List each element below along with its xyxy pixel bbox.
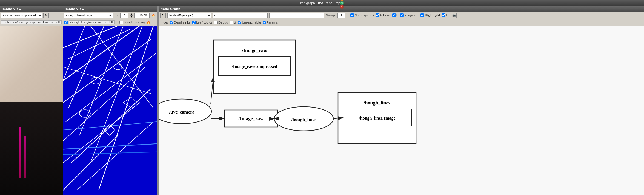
image-raw-topic-label: /Image_raw [238,116,264,121]
ng-path-input1[interactable] [213,13,268,18]
ng-path-input2[interactable] [269,13,324,18]
svg-point-19 [79,110,90,117]
spin-down-btn[interactable]: ▼ [130,15,133,18]
debug-label[interactable]: Debug [214,21,228,24]
ng-toolbar1: ↻ Nodes/Topics (all) Group: Namespaces A… [159,12,644,19]
unreachable-label[interactable]: Unreachable [238,21,261,24]
leaf-topics-checkbox[interactable] [192,21,196,24]
ng-filter-select[interactable]: Nodes/Topics (all) [167,13,211,18]
leaf-topics-label[interactable]: Leaf topics [192,21,213,24]
sep2 [418,13,418,18]
screenshot-btn[interactable]: 📷 [451,13,457,18]
svg-line-0 [63,26,118,48]
hough-lines-image-label: /hough_lines/Image [359,116,395,121]
hough-lines-outer-label: /hough_lines [363,100,390,106]
sep1 [348,13,348,18]
led-strip-1 [19,127,21,178]
namespaces-label[interactable]: Namespaces [350,13,374,17]
svg-line-22 [63,122,157,130]
main-title: rqt_graph__RosGraph - rqt [300,1,340,5]
tf-label[interactable]: tf [392,13,399,17]
svg-line-13 [90,26,142,163]
panel2-fire-btn[interactable]: 🔥 [151,13,156,18]
hough-lines-label: /hough_lines [291,117,316,122]
svg-point-17 [91,77,101,84]
panel2-mouse-pos: /hough_lines/image_mouse_left [69,20,115,24]
images-label[interactable]: Images [400,13,415,17]
panel2-refresh-btn[interactable]: ↻ [114,13,119,18]
smooth-checkbox[interactable] [119,21,123,24]
group-label: Group: [326,13,336,17]
params-checkbox[interactable] [263,21,266,24]
ng-refresh-btn[interactable]: ↻ [160,13,166,18]
dead-sinks-label[interactable]: Dead sinks [170,21,190,24]
panel2-image [63,26,157,195]
svg-line-14 [99,26,153,190]
panel1-title: Image View [2,7,21,11]
image-view-panel-2: Image View /hough_lines/image ↻ 0 ▲ ▼ 10… [63,6,158,195]
actions-label[interactable]: Actions [376,13,391,17]
svg-line-4 [66,53,156,122]
fit-checkbox[interactable] [442,13,445,17]
ng-titlebar: Node Graph [159,6,644,12]
arrow-img-hough [274,118,278,119]
actions-checkbox[interactable] [376,13,379,17]
debug-checkbox[interactable] [214,21,218,24]
fit-label[interactable]: Fit [442,13,450,17]
panel2-subtoolbar: /hough_lines/image_mouse_left Smooth sca… [63,19,157,26]
ng-title: Node Graph [160,7,181,11]
unreachable-checkbox[interactable] [238,21,241,24]
hide-label: Hide: [160,21,168,24]
spin-up-btn[interactable]: ▲ [130,13,133,15]
panel1-image [0,26,63,195]
tf-checkbox[interactable] [392,13,396,17]
tf2-checkbox[interactable] [230,21,233,24]
panel1-topic-select[interactable]: /image_raw/compressed [1,13,42,18]
window-controls: − □ ✕ [340,0,344,9]
image-raw-compressed-label: /Image_raw/compressed [231,64,277,69]
svg-line-21 [63,152,157,155]
panel1-toolbar: /image_raw/compressed ↻ [0,12,63,19]
panel1-subtoolbar: _detection/image/compressed_mouse_left [0,19,63,26]
maximize-button[interactable]: □ [340,1,344,5]
svg-line-8 [77,122,153,190]
panel2-toolbar: /hough_lines/image ↻ 0 ▲ ▼ 10.00m 🔥 [63,12,157,19]
panel1-mouse-pos: _detection/image/compressed_mouse_left [1,20,62,24]
main-titlebar: rqt_graph__RosGraph - rqt − □ ✕ [0,0,644,6]
dead-sinks-checkbox[interactable] [170,21,173,24]
panel2-titlebar: Image View [63,6,157,12]
svg-line-2 [63,26,140,81]
keyboard-bg [0,102,63,195]
graph-canvas[interactable]: /Image_raw /Image_raw/compressed /Image_… [159,26,644,195]
hough-svg [63,26,157,195]
curtain-bg [0,26,63,111]
params-label[interactable]: Params [263,21,278,24]
namespaces-checkbox[interactable] [350,13,354,17]
app-container: rqt_graph__RosGraph - rqt − □ ✕ Image Vi… [0,0,644,195]
group-num-input[interactable] [337,13,345,18]
panel2-fire-btn2[interactable]: 🔥 [146,20,151,25]
highlight-checkbox[interactable] [420,13,424,17]
tf2-label[interactable]: tf [230,21,236,24]
panel1-refresh-btn[interactable]: ↻ [43,13,49,18]
uvc-camera-label: /uvc_camera [169,109,195,115]
led-strip-2 [24,136,26,178]
panel2-topic-select[interactable]: /hough_lines/image [64,13,113,18]
node-graph-panel: Node Graph ↻ Nodes/Topics (all) Group: N… [159,6,644,195]
camera-image-content [0,26,63,195]
panel2-num-input[interactable]: 0 [120,13,128,18]
panel2-smooth-label: Smooth scaling [119,21,145,24]
panel2-checkbox[interactable] [64,21,68,24]
svg-line-12 [79,26,123,135]
ng-toolbar2: Hide: Dead sinks Leaf topics Debug tf [159,19,644,26]
panel2-spin: ▲ ▼ [130,13,133,18]
left-panels: Image View /image_raw/compressed ↻ _dete… [0,6,158,195]
panel2-num-input2[interactable]: 10.00m [134,13,150,18]
highlight-label[interactable]: Highlight [420,13,440,17]
content-area: Image View /image_raw/compressed ↻ _dete… [0,6,644,195]
arrow-uvc-to-imageraw-group [211,77,213,104]
images-checkbox[interactable] [400,13,404,17]
close-button[interactable]: ✕ [340,5,344,9]
image-view-panel-1: Image View /image_raw/compressed ↻ _dete… [0,6,63,195]
svg-line-20 [63,144,157,149]
